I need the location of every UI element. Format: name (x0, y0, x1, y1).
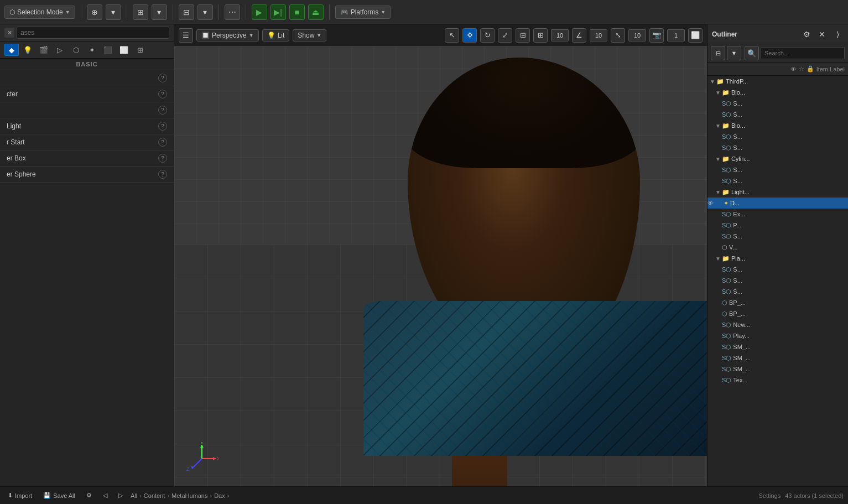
angle-input[interactable] (590, 29, 607, 41)
breadcrumb-day[interactable]: Dax (214, 492, 225, 499)
tree-item-s8[interactable]: S⬡ S... (707, 264, 848, 275)
scale-tool[interactable]: ⤢ (498, 28, 512, 43)
viewport[interactable]: ☰ 🔲 Perspective ▼ 💡 Lit Show ▼ ↖ ✥ ↻ ⤢ ⊞… (174, 24, 707, 486)
tree-item-sm3[interactable]: S⬡ SM_... (707, 363, 848, 375)
tree-item-bp1[interactable]: ⬡ BP_... (707, 297, 848, 308)
tree-item-s5[interactable]: S⬡ S... (707, 164, 848, 175)
list-item[interactable]: r Start ? (0, 134, 174, 150)
add-actor-button[interactable]: ⊕ (87, 4, 102, 20)
help-icon[interactable]: ? (158, 74, 167, 82)
snap-dropdown[interactable]: ▾ (197, 4, 213, 20)
camera-speed-input[interactable] (667, 29, 685, 41)
snap-settings[interactable]: ⊞ (516, 28, 530, 43)
tree-item-s7[interactable]: S⬡ S... (707, 231, 848, 242)
perspective-button[interactable]: 🔲 Perspective ▼ (196, 29, 259, 41)
tree-item-new[interactable]: S⬡ New... (707, 319, 848, 330)
lit-button[interactable]: 💡 Lit (262, 29, 290, 41)
list-item[interactable]: er Box ? (0, 150, 174, 167)
gameplay-tab[interactable]: ▷ (53, 44, 67, 56)
camera-speed[interactable]: 📷 (649, 28, 664, 43)
rotate-tool[interactable]: ↻ (480, 28, 495, 43)
eject-button[interactable]: ⏏ (308, 4, 324, 20)
outliner-close[interactable]: ✕ (816, 28, 828, 40)
tree-item-cylin[interactable]: ▼ 📁 Cylin... (707, 153, 848, 164)
tree-item-s2[interactable]: S⬡ S... (707, 109, 848, 120)
breadcrumb-metahumans[interactable]: MetaHumans (171, 492, 207, 499)
transform-tool[interactable]: ✥ (462, 28, 477, 43)
play-forward-button[interactable]: ▶| (270, 4, 286, 20)
cinematic-tab[interactable]: 🎬 (37, 44, 51, 56)
tree-item-play[interactable]: S⬡ Play... (707, 330, 848, 341)
content-browser-fwd[interactable]: ▷ (115, 491, 126, 500)
scale-input[interactable] (628, 29, 646, 41)
tree-item-blo2[interactable]: ▼ 📁 Blo... (707, 120, 848, 131)
geometry-tab[interactable]: ⬛ (101, 44, 115, 56)
show-button[interactable]: Show ▼ (293, 29, 326, 41)
breadcrumb-content[interactable]: Content (144, 492, 165, 499)
help-icon[interactable]: ? (158, 106, 167, 115)
maximize-button[interactable]: ⬜ (688, 28, 703, 43)
tree-item-s10[interactable]: S⬡ S... (707, 286, 848, 297)
selection-mode-button[interactable]: ⬡ Selection Mode ▼ (4, 6, 75, 19)
import-button[interactable]: ⬇ Import (4, 491, 35, 500)
tree-item-s4[interactable]: S⬡ S... (707, 142, 848, 153)
save-all-button[interactable]: 💾 Save All (40, 491, 79, 500)
outliner-filter[interactable]: ⊟ (711, 46, 725, 60)
grid-settings[interactable]: ⊞ (533, 28, 548, 43)
list-item[interactable]: ? (0, 70, 174, 86)
outliner-search-icon[interactable]: 🔍 (745, 46, 759, 60)
tree-item-s1[interactable]: S⬡ S... (707, 98, 848, 109)
tree-item-p1[interactable]: S⬡ P... (707, 220, 848, 231)
tree-item-bp2[interactable]: ⬡ BP_... (707, 308, 848, 319)
lights-tab[interactable]: 💡 (20, 44, 35, 56)
platforms-button[interactable]: 🎮 Platforms ▼ (335, 6, 391, 19)
tree-item-v1[interactable]: ⬡ V... (707, 242, 848, 253)
scale-snap[interactable]: ⤡ (611, 28, 625, 43)
angle-snap[interactable]: ∠ (572, 28, 586, 43)
breadcrumb-all[interactable]: All (131, 492, 137, 499)
add-actor-dropdown[interactable]: ▾ (106, 4, 121, 20)
help-icon[interactable]: ? (158, 122, 167, 131)
snap-button[interactable]: ⊟ (179, 4, 194, 20)
outliner-settings[interactable]: ⚙ (800, 28, 813, 40)
surfaces-tab[interactable]: ⬜ (117, 44, 131, 56)
tree-item-s3[interactable]: S⬡ S... (707, 131, 848, 142)
viewport-menu-button[interactable]: ☰ (179, 28, 193, 43)
outliner-filter2[interactable]: ▼ (727, 46, 741, 60)
outliner-search-input[interactable] (761, 47, 845, 59)
tree-item-s9[interactable]: S⬡ S... (707, 275, 848, 286)
tree-item-thirdp[interactable]: ▼ 📁 ThirdP... (707, 76, 848, 87)
close-left-panel-button[interactable]: ✕ (4, 28, 14, 38)
content-browser-back[interactable]: ◁ (100, 491, 111, 500)
light-item[interactable]: Light ? (0, 118, 174, 134)
help-icon[interactable]: ? (158, 154, 167, 163)
tree-item-pla[interactable]: ▼ 📁 Pla... (707, 253, 848, 264)
list-item[interactable]: ? (0, 102, 174, 118)
help-icon[interactable]: ? (158, 138, 167, 147)
places-search-input[interactable] (17, 27, 169, 39)
grid-size-input[interactable] (551, 29, 569, 41)
visual-effects-tab[interactable]: ✦ (85, 44, 99, 56)
tree-item-sm1[interactable]: S⬡ SM_... (707, 341, 848, 352)
tree-item-light-folder[interactable]: ▼ 📁 Light... (707, 186, 848, 198)
all-tab[interactable]: ⊞ (133, 44, 147, 56)
viewport-content[interactable]: X Y Z (174, 46, 707, 486)
stop-button[interactable]: ■ (289, 4, 305, 20)
help-icon[interactable]: ? (158, 90, 167, 98)
content-browser-settings[interactable]: ⚙ (83, 491, 95, 500)
tree-item-sm2[interactable]: S⬡ SM_... (707, 352, 848, 363)
help-icon[interactable]: ? (158, 170, 167, 179)
volumes-tab[interactable]: ⬡ (69, 44, 83, 56)
tree-item-ex[interactable]: S⬡ Ex... (707, 209, 848, 220)
play-button[interactable]: ▶ (252, 4, 267, 20)
shapes-tab[interactable]: ◆ (4, 44, 19, 56)
more-options-button[interactable]: ⋯ (225, 4, 240, 20)
list-item[interactable]: cter ? (0, 86, 174, 102)
transform-dropdown[interactable]: ▾ (152, 4, 167, 20)
tree-item-blo1[interactable]: ▼ 📁 Blo... (707, 87, 848, 98)
outliner-expand[interactable]: ⟩ (831, 28, 844, 40)
list-item[interactable]: er Sphere ? (0, 167, 174, 183)
tree-item-s6[interactable]: S⬡ S... (707, 175, 848, 186)
transform-button[interactable]: ⊞ (133, 4, 148, 20)
tree-item-directional-light[interactable]: 👁 ✦ D... (707, 198, 848, 209)
